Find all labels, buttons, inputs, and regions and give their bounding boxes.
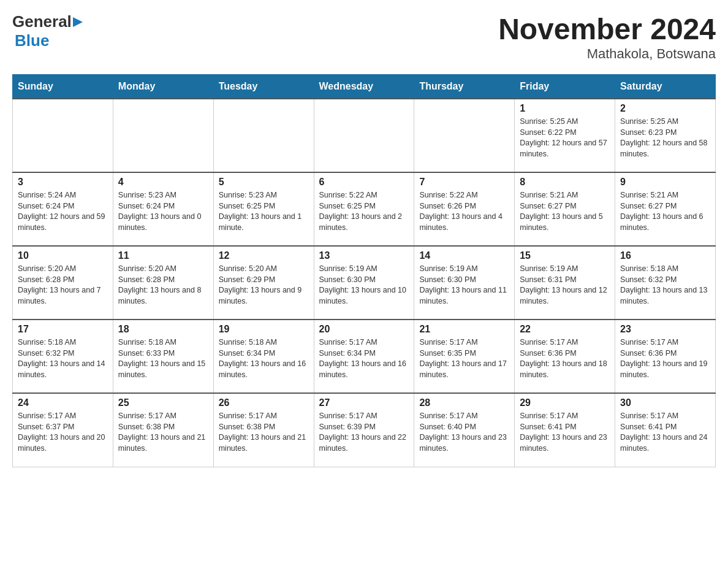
day-info: Sunset: 6:39 PM — [319, 422, 409, 433]
day-info: Sunset: 6:34 PM — [219, 348, 309, 359]
day-cell: 25Sunrise: 5:17 AMSunset: 6:38 PMDayligh… — [113, 393, 213, 467]
day-cell: 11Sunrise: 5:20 AMSunset: 6:28 PMDayligh… — [113, 246, 213, 320]
day-info: Sunrise: 5:19 AM — [419, 264, 509, 275]
day-info: Sunrise: 5:25 AM — [520, 117, 610, 128]
svg-marker-0 — [73, 17, 83, 27]
day-info: Sunrise: 5:19 AM — [520, 264, 610, 275]
day-cell: 27Sunrise: 5:17 AMSunset: 6:39 PMDayligh… — [314, 393, 414, 467]
day-cell — [113, 99, 213, 172]
day-info: Sunrise: 5:17 AM — [520, 411, 610, 422]
day-cell: 13Sunrise: 5:19 AMSunset: 6:30 PMDayligh… — [314, 246, 414, 320]
days-header-row: Sunday Monday Tuesday Wednesday Thursday… — [13, 75, 716, 99]
day-cell: 18Sunrise: 5:18 AMSunset: 6:33 PMDayligh… — [113, 320, 213, 393]
day-info: Sunrise: 5:22 AM — [319, 190, 409, 201]
day-info: Sunset: 6:41 PM — [520, 422, 610, 433]
day-info: Daylight: 13 hours and 10 minutes. — [319, 285, 409, 307]
day-info: Sunset: 6:35 PM — [419, 348, 509, 359]
day-number: 30 — [620, 397, 710, 408]
header-friday: Friday — [515, 75, 615, 99]
day-cell: 7Sunrise: 5:22 AMSunset: 6:26 PMDaylight… — [414, 172, 515, 246]
day-info: Daylight: 13 hours and 23 minutes. — [419, 432, 509, 454]
day-cell: 22Sunrise: 5:17 AMSunset: 6:36 PMDayligh… — [515, 320, 615, 393]
day-info: Sunset: 6:37 PM — [18, 422, 108, 433]
day-info: Daylight: 12 hours and 59 minutes. — [18, 212, 108, 233]
day-cell: 2Sunrise: 5:25 AMSunset: 6:23 PMDaylight… — [615, 99, 716, 172]
day-info: Daylight: 13 hours and 11 minutes. — [419, 285, 509, 307]
day-info: Daylight: 13 hours and 12 minutes. — [520, 285, 610, 307]
day-info: Daylight: 13 hours and 19 minutes. — [620, 359, 710, 380]
day-info: Daylight: 13 hours and 23 minutes. — [520, 432, 610, 454]
day-info: Sunrise: 5:23 AM — [219, 190, 309, 201]
day-info: Daylight: 13 hours and 21 minutes. — [118, 432, 208, 454]
day-cell: 6Sunrise: 5:22 AMSunset: 6:25 PMDaylight… — [314, 172, 414, 246]
day-info: Sunset: 6:28 PM — [18, 275, 108, 286]
day-number: 14 — [419, 250, 509, 261]
day-cell: 3Sunrise: 5:24 AMSunset: 6:24 PMDaylight… — [13, 172, 113, 246]
day-info: Sunset: 6:27 PM — [520, 201, 610, 212]
day-number: 17 — [18, 324, 108, 335]
day-info: Sunrise: 5:18 AM — [18, 337, 108, 348]
day-info: Sunrise: 5:21 AM — [620, 190, 710, 201]
day-info: Sunrise: 5:21 AM — [520, 190, 610, 201]
day-info: Sunset: 6:38 PM — [219, 422, 309, 433]
day-info: Sunset: 6:24 PM — [118, 201, 208, 212]
day-info: Daylight: 13 hours and 6 minutes. — [620, 212, 710, 233]
day-cell: 12Sunrise: 5:20 AMSunset: 6:29 PMDayligh… — [213, 246, 314, 320]
day-info: Sunrise: 5:20 AM — [219, 264, 309, 275]
day-info: Daylight: 13 hours and 2 minutes. — [319, 212, 409, 233]
week-row-3: 17Sunrise: 5:18 AMSunset: 6:32 PMDayligh… — [13, 320, 716, 393]
day-cell: 9Sunrise: 5:21 AMSunset: 6:27 PMDaylight… — [615, 172, 716, 246]
day-info: Daylight: 13 hours and 0 minutes. — [118, 212, 208, 233]
day-number: 9 — [620, 177, 710, 188]
day-number: 13 — [319, 250, 409, 261]
day-info: Sunrise: 5:18 AM — [118, 337, 208, 348]
day-info: Daylight: 13 hours and 22 minutes. — [319, 432, 409, 454]
day-info: Daylight: 13 hours and 20 minutes. — [18, 432, 108, 454]
day-number: 27 — [319, 397, 409, 408]
day-info: Sunset: 6:38 PM — [118, 422, 208, 433]
day-info: Sunrise: 5:22 AM — [419, 190, 509, 201]
day-info: Daylight: 13 hours and 9 minutes. — [219, 285, 309, 307]
day-info: Sunset: 6:30 PM — [419, 275, 509, 286]
location-subtitle: Mathakola, Botswana — [498, 46, 716, 62]
day-info: Daylight: 13 hours and 7 minutes. — [18, 285, 108, 307]
day-number: 7 — [419, 177, 509, 188]
day-number: 11 — [118, 250, 208, 261]
day-info: Sunset: 6:32 PM — [620, 275, 710, 286]
day-info: Sunrise: 5:18 AM — [620, 264, 710, 275]
week-row-2: 10Sunrise: 5:20 AMSunset: 6:28 PMDayligh… — [13, 246, 716, 320]
day-info: Daylight: 13 hours and 4 minutes. — [419, 212, 509, 233]
day-info: Daylight: 13 hours and 17 minutes. — [419, 359, 509, 380]
day-cell — [314, 99, 414, 172]
day-info: Sunset: 6:27 PM — [620, 201, 710, 212]
day-info: Sunrise: 5:17 AM — [419, 337, 509, 348]
header-saturday: Saturday — [615, 75, 716, 99]
day-cell: 17Sunrise: 5:18 AMSunset: 6:32 PMDayligh… — [13, 320, 113, 393]
day-cell: 5Sunrise: 5:23 AMSunset: 6:25 PMDaylight… — [213, 172, 314, 246]
day-info: Sunrise: 5:24 AM — [18, 190, 108, 201]
day-info: Sunset: 6:30 PM — [319, 275, 409, 286]
day-number: 10 — [18, 250, 108, 261]
day-cell: 23Sunrise: 5:17 AMSunset: 6:36 PMDayligh… — [615, 320, 716, 393]
day-number: 22 — [520, 324, 610, 335]
day-info: Sunset: 6:22 PM — [520, 128, 610, 139]
day-info: Daylight: 13 hours and 1 minute. — [219, 212, 309, 233]
day-info: Sunrise: 5:17 AM — [219, 411, 309, 422]
day-info: Sunset: 6:28 PM — [118, 275, 208, 286]
day-info: Daylight: 13 hours and 18 minutes. — [520, 359, 610, 380]
day-info: Sunset: 6:24 PM — [18, 201, 108, 212]
day-info: Sunrise: 5:23 AM — [118, 190, 208, 201]
day-number: 18 — [118, 324, 208, 335]
day-info: Daylight: 13 hours and 15 minutes. — [118, 359, 208, 380]
day-info: Sunrise: 5:18 AM — [219, 337, 309, 348]
day-info: Daylight: 12 hours and 58 minutes. — [620, 138, 710, 159]
logo-general: General — [12, 12, 72, 31]
header-wednesday: Wednesday — [314, 75, 414, 99]
day-number: 23 — [620, 324, 710, 335]
day-cell — [213, 99, 314, 172]
day-info: Daylight: 13 hours and 16 minutes. — [219, 359, 309, 380]
day-number: 25 — [118, 397, 208, 408]
day-info: Sunset: 6:36 PM — [620, 348, 710, 359]
day-cell: 14Sunrise: 5:19 AMSunset: 6:30 PMDayligh… — [414, 246, 515, 320]
day-info: Sunset: 6:23 PM — [620, 128, 710, 139]
